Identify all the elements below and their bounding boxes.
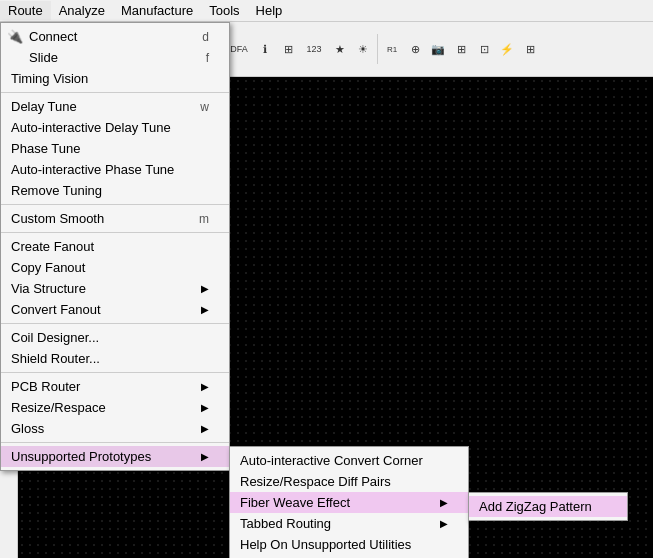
delay-tune-shortcut: w [200,100,209,114]
auto-convert-corner-label: Auto-interactive Convert Corner [240,453,448,468]
menu-item-create-fanout[interactable]: Create Fanout [1,236,229,257]
menu-item-phase-tune[interactable]: Phase Tune [1,138,229,159]
delay-tune-label: Delay Tune [11,99,180,114]
tabbed-routing-arrow: ▶ [440,518,448,529]
menu-item-convert-fanout[interactable]: Convert Fanout ▶ [1,299,229,320]
menu-item-gloss[interactable]: Gloss ▶ [1,418,229,439]
fiber-weave-label: Fiber Weave Effect [240,495,435,510]
menu-item-slide[interactable]: Slide f [1,47,229,68]
toolbar-icon-info[interactable]: ℹ [254,38,276,60]
connect-label: Connect [29,29,182,44]
shield-router-label: Shield Router... [11,351,209,366]
menu-item-coil-designer[interactable]: Coil Designer... [1,327,229,348]
menu-item-connect[interactable]: 🔌 Connect d [1,26,229,47]
create-fanout-label: Create Fanout [11,239,209,254]
menubar-analyze[interactable]: Analyze [51,1,113,20]
fiber-weave-arrow: ▶ [440,497,448,508]
via-structure-label: Via Structure [11,281,196,296]
toolbar-icon-r2[interactable]: ⊕ [404,38,426,60]
toolbar-icon-12[interactable]: ⊡ [473,38,495,60]
sep-1 [1,92,229,93]
menu-item-auto-phase-tune[interactable]: Auto-interactive Phase Tune [1,159,229,180]
menu-item-tabbed-routing[interactable]: Tabbed Routing ▶ [230,513,468,534]
menubar-tools[interactable]: Tools [201,1,247,20]
toolbar-icon-grid[interactable]: ⊞ [519,38,541,60]
slide-icon [6,50,24,66]
route-dropdown-container: 🔌 Connect d Slide f Timing Vision Delay … [0,22,230,471]
coil-designer-label: Coil Designer... [11,330,209,345]
unsupported-submenu: Auto-interactive Convert Corner Resize/R… [229,446,469,558]
menu-item-delay-tune[interactable]: Delay Tune w [1,96,229,117]
resize-respace-arrow: ▶ [201,402,209,413]
menu-item-timing-vision[interactable]: Timing Vision [1,68,229,89]
custom-smooth-shortcut: m [199,212,209,226]
menu-item-via-structure[interactable]: Via Structure ▶ [1,278,229,299]
menubar: Route Analyze Manufacture Tools Help [0,0,653,22]
auto-delay-tune-label: Auto-interactive Delay Tune [11,120,209,135]
menu-item-auto-convert-corner[interactable]: Auto-interactive Convert Corner [230,450,468,471]
gloss-label: Gloss [11,421,196,436]
remove-tuning-label: Remove Tuning [11,183,209,198]
pcb-router-label: PCB Router [11,379,196,394]
sep-2 [1,204,229,205]
menubar-route[interactable]: Route [0,1,51,20]
menu-item-help-unsupported[interactable]: Help On Unsupported Utilities [230,534,468,555]
toolbar-icon-r1[interactable]: R1 [381,38,403,60]
resize-respace-label: Resize/Respace [11,400,196,415]
phase-tune-label: Phase Tune [11,141,209,156]
toolbar-icon-antenna[interactable]: ⚡ [496,38,518,60]
fiber-weave-submenu: Add ZigZag Pattern [468,492,628,521]
resize-diff-pairs-label: Resize/Respace Diff Pairs [240,474,448,489]
toolbar-icon-9[interactable]: ⊞ [277,38,299,60]
menubar-help[interactable]: Help [248,1,291,20]
sep-3 [1,232,229,233]
menu-item-shield-router[interactable]: Shield Router... [1,348,229,369]
menu-item-add-zigzag[interactable]: Add ZigZag Pattern [469,496,627,517]
toolbar-icon-10[interactable]: ☀ [352,38,374,60]
menu-item-resize-diff-pairs[interactable]: Resize/Respace Diff Pairs [230,471,468,492]
sep-4 [1,323,229,324]
toolbar-sep-2 [377,34,378,64]
unsupported-prototypes-arrow: ▶ [201,451,209,462]
via-structure-arrow: ▶ [201,283,209,294]
timing-vision-label: Timing Vision [11,71,209,86]
menu-item-resize-respace[interactable]: Resize/Respace ▶ [1,397,229,418]
copy-fanout-label: Copy Fanout [11,260,209,275]
menubar-manufacture[interactable]: Manufacture [113,1,201,20]
tabbed-routing-label: Tabbed Routing [240,516,435,531]
menu-item-pcb-router[interactable]: PCB Router ▶ [1,376,229,397]
gloss-arrow: ▶ [201,423,209,434]
menu-item-custom-smooth[interactable]: Custom Smooth m [1,208,229,229]
slide-label: Slide [29,50,186,65]
menu-item-unsupported-prototypes[interactable]: Unsupported Prototypes ▶ Auto-interactiv… [1,446,229,467]
unsupported-prototypes-label: Unsupported Prototypes [11,449,196,464]
help-unsupported-label: Help On Unsupported Utilities [240,537,448,552]
sep-5 [1,372,229,373]
main-area: ⊡ ⊞ 🔌 Connect d Slide f Timing Vision [0,77,653,558]
custom-smooth-label: Custom Smooth [11,211,179,226]
convert-fanout-label: Convert Fanout [11,302,196,317]
menu-item-auto-delay-tune[interactable]: Auto-interactive Delay Tune [1,117,229,138]
sep-6 [1,442,229,443]
pcb-router-arrow: ▶ [201,381,209,392]
connect-icon: 🔌 [6,29,24,45]
route-dropdown: 🔌 Connect d Slide f Timing Vision Delay … [0,22,230,471]
auto-phase-tune-label: Auto-interactive Phase Tune [11,162,209,177]
toolbar-icon-star[interactable]: ★ [329,38,351,60]
toolbar-icon-123[interactable]: 123 [300,38,328,60]
toolbar-icon-11[interactable]: ⊞ [450,38,472,60]
menu-item-fiber-weave[interactable]: Fiber Weave Effect ▶ Add ZigZag Pattern [230,492,468,513]
toolbar-icon-cam[interactable]: 📷 [427,38,449,60]
add-zigzag-label: Add ZigZag Pattern [479,499,607,514]
slide-shortcut: f [206,51,209,65]
convert-fanout-arrow: ▶ [201,304,209,315]
menu-item-copy-fanout[interactable]: Copy Fanout [1,257,229,278]
connect-shortcut: d [202,30,209,44]
menu-item-remove-tuning[interactable]: Remove Tuning [1,180,229,201]
